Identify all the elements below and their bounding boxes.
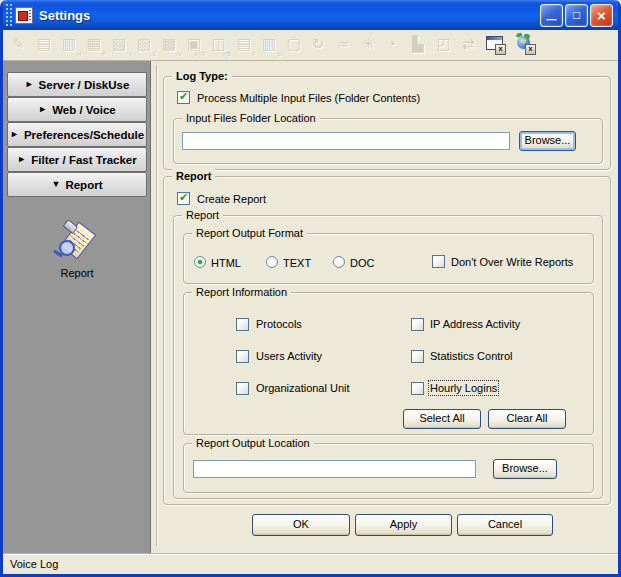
chevron-right-icon: ► — [38, 105, 47, 114]
chevron-down-icon: ▼ — [52, 180, 61, 189]
glyph: ↻ — [312, 35, 325, 53]
input-folder-field[interactable] — [182, 132, 510, 150]
organizational-unit-checkbox[interactable] — [236, 382, 249, 395]
text-radio[interactable] — [266, 256, 278, 268]
log-type-group: Log Type: Process Multiple Input Files (… — [163, 76, 611, 170]
transfer-icon: ⇄ — [459, 33, 484, 57]
organizational-unit-label[interactable]: Organizational Unit — [256, 382, 350, 394]
users-activity-checkbox[interactable] — [236, 350, 249, 363]
voice-log-icon: ▥L — [259, 33, 284, 57]
doc-radio[interactable] — [333, 256, 345, 268]
smtp-log-icon: ▨S — [134, 33, 159, 57]
dont-overwrite-label[interactable]: Don't Over Write Reports — [451, 256, 573, 268]
sidebar-item-label: Preferences/Schedule — [24, 129, 144, 141]
window-icon: ◰ — [434, 33, 459, 57]
minimize-button[interactable]: — — [540, 4, 563, 27]
report-inner-group-title: Report — [182, 208, 223, 222]
close-all-windows-icon[interactable]: x — [514, 33, 544, 57]
close-button[interactable]: × — [590, 4, 613, 27]
html-radio[interactable] — [194, 256, 206, 268]
process-multiple-checkbox[interactable] — [177, 91, 190, 104]
input-folder-browse-button[interactable]: Browse... — [519, 131, 576, 151]
doc-radio-label[interactable]: DOC — [350, 257, 374, 269]
proxy-log-icon: ▦P — [84, 33, 109, 57]
glyph: ✳ — [362, 35, 375, 53]
clear-all-button[interactable]: Clear All — [488, 409, 566, 429]
sidebar-item-filter-fast-tracker[interactable]: ►Filter / Fast Tracker — [7, 147, 147, 172]
compare-icon: ≃ — [334, 33, 359, 57]
statistics-control-checkbox[interactable] — [411, 350, 424, 363]
report-group: Report Create Report Report Report Outpu… — [163, 176, 611, 505]
main-panel: Log Type: Process Multiple Input Files (… — [151, 61, 618, 554]
sidebar-item-label: Report — [65, 179, 102, 191]
edit-log-icon: ✎ — [9, 33, 34, 57]
sidebar-item-label: Filter / Fast Tracker — [31, 154, 136, 166]
titlebar-grip — [5, 3, 14, 27]
glyph: ▤ — [237, 35, 251, 53]
glyph: ▢ — [287, 35, 301, 53]
text-radio-label[interactable]: TEXT — [283, 257, 311, 269]
ok-button[interactable]: OK — [252, 514, 350, 536]
apply-button[interactable]: Apply — [355, 514, 452, 536]
settings-window: Settings — □ × ✎▤▥H▦P▧I▨S▩N▣FTP◫PB▤F▥L▢↻… — [0, 0, 621, 577]
toolbar: ✎▤▥H▦P▧I▨S▩N▣FTP◫PB▤F▥L▢↻≃✳◔▙◰⇄xx — [3, 30, 618, 61]
tag-letter: L — [278, 51, 281, 57]
tag-letter: FTP — [195, 51, 206, 57]
app-icon — [15, 7, 33, 24]
glyph: ▦ — [87, 35, 101, 53]
hourly-logins-checkbox[interactable] — [411, 382, 424, 395]
sidebar-item-report[interactable]: ▼Report — [7, 172, 147, 197]
input-folder-group: Input Files Folder Location Browse... — [173, 118, 603, 164]
log-type-group-title: Log Type: — [172, 69, 232, 83]
hourly-logins-label[interactable]: Hourly Logins — [430, 382, 497, 394]
firewall-log-icon: ▤F — [234, 33, 259, 57]
close-window-icon[interactable]: x — [484, 33, 514, 57]
ip-address-activity-label[interactable]: IP Address Activity — [430, 318, 520, 330]
tag-letter: I — [129, 51, 131, 57]
output-location-browse-button[interactable]: Browse... — [493, 459, 557, 479]
cancel-button[interactable]: Cancel — [457, 514, 553, 536]
output-location-field[interactable] — [193, 460, 476, 478]
chevron-right-icon: ► — [10, 130, 19, 139]
chart-icon: ▙ — [409, 33, 434, 57]
x-badge: x — [495, 44, 506, 55]
maximize-button[interactable]: □ — [565, 4, 588, 27]
form-icon: ▢ — [284, 33, 309, 57]
create-report-label[interactable]: Create Report — [197, 193, 266, 205]
select-all-button[interactable]: Select All — [403, 409, 481, 429]
ip-address-activity-checkbox[interactable] — [411, 318, 424, 331]
statistics-control-label[interactable]: Statistics Control — [430, 350, 513, 362]
dont-overwrite-checkbox[interactable] — [432, 255, 445, 268]
sidebar-item-label: Server / DiskUse — [39, 79, 130, 91]
glyph: ≃ — [337, 35, 350, 53]
maximize-icon: □ — [573, 10, 580, 21]
minimize-icon: — — [547, 14, 557, 25]
report-inner-group: Report Report Output Format Don't Over W… — [173, 215, 603, 499]
title-bar[interactable]: Settings — □ × — [3, 0, 618, 30]
sidebar-item-server-diskuse[interactable]: ►Server / DiskUse — [7, 72, 147, 97]
sidebar-item-preferences-schedule[interactable]: ►Preferences/Schedule — [7, 122, 147, 147]
ftp-log-icon: ▣FTP — [184, 33, 209, 57]
output-format-group: Report Output Format Don't Over Write Re… — [183, 233, 594, 284]
tag-letter: F — [252, 51, 256, 57]
glyph: ▧ — [112, 35, 126, 53]
protocols-label[interactable]: Protocols — [256, 318, 302, 330]
output-location-group-title: Report Output Location — [192, 436, 314, 450]
x-badge: x — [525, 44, 536, 55]
report-information-group: Report Information Select All Clear All … — [183, 292, 594, 435]
glyph: ▙ — [412, 35, 424, 53]
sidebar-item-web-voice[interactable]: ►Web / Voice — [7, 97, 147, 122]
html-radio-label[interactable]: HTML — [211, 257, 241, 269]
users-activity-label[interactable]: Users Activity — [256, 350, 322, 362]
tag-letter: S — [152, 51, 156, 57]
tag-letter: P — [102, 51, 106, 57]
glyph: ✎ — [12, 35, 25, 53]
sidebar-item-label: Web / Voice — [52, 104, 115, 116]
report-shortcut[interactable]: Report — [37, 221, 117, 279]
glyph: ▩ — [162, 35, 176, 53]
glyph: ▥ — [62, 35, 76, 53]
protocols-checkbox[interactable] — [236, 318, 249, 331]
schedule-icon: ◔ — [384, 33, 409, 57]
create-report-checkbox[interactable] — [177, 192, 190, 205]
process-multiple-label[interactable]: Process Multiple Input Files (Folder Con… — [197, 92, 420, 104]
